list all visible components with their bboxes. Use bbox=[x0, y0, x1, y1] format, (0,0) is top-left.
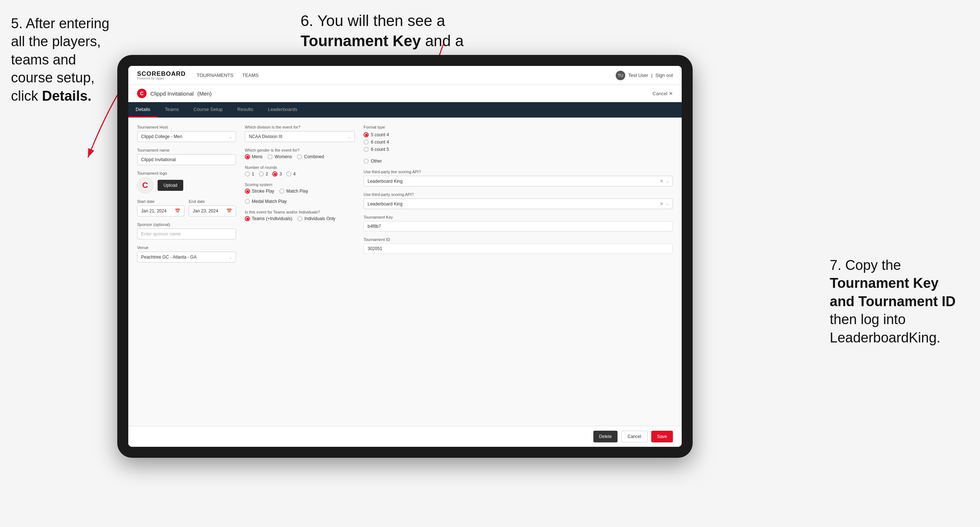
venue-value: Peachtree GC - Atlanta - GA bbox=[141, 254, 196, 260]
tournament-host-group: Tournament Host Clippd College - Men ⌄ bbox=[137, 125, 236, 142]
start-date-group: Start date Jan 21, 2024 📅 bbox=[137, 199, 185, 216]
teams-teams-radio[interactable] bbox=[245, 216, 250, 221]
sponsor-group: Sponsor (optional) Enter sponsor name bbox=[137, 222, 236, 240]
division-value: NCAA Division III bbox=[249, 134, 282, 139]
nav-teams[interactable]: TEAMS bbox=[242, 71, 259, 79]
live-scoring-controls: ✕ ⌄ bbox=[660, 178, 669, 184]
gender-group: Which gender is the event for? Mens Wome… bbox=[245, 148, 355, 159]
tournament-name-group: Tournament name Clippd Invitational bbox=[137, 148, 236, 165]
nav-left: SCOREBOARD Powered by clippd TOURNAMENTS… bbox=[137, 71, 259, 80]
live-scoring-clear-icon[interactable]: ✕ bbox=[660, 178, 664, 184]
tournament-host-input[interactable]: Clippd College - Men ⌄ bbox=[137, 131, 236, 142]
format-6c5-radio[interactable] bbox=[364, 147, 369, 152]
gender-womens-radio[interactable] bbox=[267, 154, 273, 159]
gender-womens[interactable]: Womens bbox=[267, 154, 292, 159]
rounds-4[interactable]: 4 bbox=[286, 171, 296, 176]
scoring-stroke[interactable]: Stroke Play bbox=[245, 189, 274, 194]
scoring-group: Scoring system Stroke Play Match Play bbox=[245, 183, 355, 204]
tablet: SCOREBOARD Powered by clippd TOURNAMENTS… bbox=[117, 55, 693, 458]
nav-divider: | bbox=[651, 73, 652, 78]
tab-bar: Details Teams Course Setup Results Leade… bbox=[128, 102, 682, 117]
user-name: Test User bbox=[628, 73, 648, 78]
scoring-stroke-radio[interactable] bbox=[245, 189, 250, 194]
tab-teams[interactable]: Teams bbox=[158, 102, 186, 117]
sign-out-link[interactable]: Sign out bbox=[655, 71, 673, 79]
calendar-icon-end: 📅 bbox=[226, 208, 232, 214]
scoring-match-radio[interactable] bbox=[279, 189, 285, 194]
bottom-bar: Delete Cancel Save bbox=[128, 426, 682, 447]
gender-combined-radio[interactable] bbox=[297, 154, 302, 159]
annotation-top-right-line1: 6. You will then see a bbox=[301, 12, 445, 29]
scoring-radio-group: Stroke Play Match Play Medal Match Play bbox=[245, 189, 355, 204]
sponsor-input[interactable]: Enter sponsor name bbox=[137, 229, 236, 240]
annotation-bottom-right-line2: then log into bbox=[830, 312, 905, 327]
user-avatar: TU bbox=[616, 71, 625, 80]
cancel-button-header[interactable]: Cancel ✕ bbox=[653, 91, 673, 96]
nav-tournaments[interactable]: TOURNAMENTS bbox=[197, 71, 234, 79]
annotation-left-line3: teams and bbox=[11, 52, 76, 67]
format-radio-group: 5 count 4 6 count 4 6 count 5 bbox=[364, 132, 673, 152]
tournament-id-label: Tournament ID bbox=[364, 237, 673, 242]
end-date-input[interactable]: Jan 23, 2024 📅 bbox=[189, 205, 236, 216]
delete-button[interactable]: Delete bbox=[593, 431, 618, 443]
tab-leaderboards[interactable]: Leaderboards bbox=[261, 102, 305, 117]
save-button[interactable]: Save bbox=[651, 431, 673, 443]
format-other-radio[interactable] bbox=[364, 159, 369, 164]
rounds-2-radio[interactable] bbox=[259, 171, 264, 176]
rounds-2[interactable]: 2 bbox=[259, 171, 268, 176]
rounds-label: Number of rounds bbox=[245, 165, 355, 170]
tournament-id-field: 302051 bbox=[364, 244, 673, 254]
tab-course-setup[interactable]: Course Setup bbox=[186, 102, 230, 117]
rounds-3[interactable]: 3 bbox=[272, 171, 282, 176]
tab-results[interactable]: Results bbox=[230, 102, 261, 117]
rounds-1-radio[interactable] bbox=[245, 171, 250, 176]
close-icon: ✕ bbox=[669, 91, 673, 96]
division-input[interactable]: NCAA Division III ⌄ bbox=[245, 131, 355, 142]
tournament-name-input[interactable]: Clippd Invitational bbox=[137, 154, 236, 165]
tournament-subtitle: (Men) bbox=[197, 90, 212, 97]
tournament-logo-label: Tournament logo bbox=[137, 171, 236, 175]
format-6c4[interactable]: 6 count 4 bbox=[364, 140, 673, 144]
cancel-button-bottom[interactable]: Cancel bbox=[621, 431, 647, 443]
scoring-medal[interactable]: Medal Match Play bbox=[245, 199, 286, 204]
venue-input[interactable]: Peachtree GC - Atlanta - GA ⌄ bbox=[137, 252, 236, 263]
teams-radio-group: Teams (+Individuals) Individuals Only bbox=[245, 216, 355, 221]
end-date-value: Jan 23, 2024 bbox=[193, 208, 218, 214]
format-6c5[interactable]: 6 count 5 bbox=[364, 147, 673, 152]
rounds-1[interactable]: 1 bbox=[245, 171, 255, 176]
gender-mens[interactable]: Mens bbox=[245, 154, 262, 159]
teams-individuals-radio[interactable] bbox=[297, 216, 302, 221]
live-scoring-select2[interactable]: Leaderboard King ✕ ⌄ bbox=[364, 198, 673, 209]
tab-details[interactable]: Details bbox=[128, 102, 158, 117]
annotation-left-line1: 5. After entering bbox=[11, 16, 109, 31]
live-scoring-select[interactable]: Leaderboard King ✕ ⌄ bbox=[364, 176, 673, 186]
start-date-value: Jan 21, 2024 bbox=[141, 208, 166, 214]
rounds-3-radio[interactable] bbox=[272, 171, 277, 176]
start-date-input[interactable]: Jan 21, 2024 📅 bbox=[137, 205, 185, 216]
tournament-name-label: Tournament name bbox=[137, 148, 236, 152]
gender-combined[interactable]: Combined bbox=[297, 154, 324, 159]
chevron-down-icon: ⌄ bbox=[229, 135, 232, 139]
live-scoring-clear-icon2[interactable]: ✕ bbox=[660, 201, 664, 206]
format-5c4[interactable]: 5 count 4 bbox=[364, 132, 673, 137]
rounds-4-radio[interactable] bbox=[286, 171, 291, 176]
live-scoring-value: Leaderboard King bbox=[368, 179, 402, 184]
gender-mens-radio[interactable] bbox=[245, 154, 250, 159]
teams-teams-label: Teams (+Individuals) bbox=[252, 216, 292, 221]
live-scoring-value2: Leaderboard King bbox=[368, 202, 402, 206]
format-other[interactable]: Other bbox=[364, 159, 382, 164]
upload-button[interactable]: Upload bbox=[158, 180, 183, 191]
format-5c4-radio[interactable] bbox=[364, 132, 369, 137]
annotation-left-line2: all the players, bbox=[11, 34, 101, 49]
scoring-match[interactable]: Match Play bbox=[279, 189, 308, 194]
teams-teams[interactable]: Teams (+Individuals) bbox=[245, 216, 292, 221]
tournament-key-group: Tournament Key b4f8b7 bbox=[364, 215, 673, 232]
teams-individuals-label: Individuals Only bbox=[304, 216, 335, 221]
annotation-left-line5: click bbox=[11, 88, 42, 104]
format-6c4-radio[interactable] bbox=[364, 140, 369, 144]
scoring-stroke-label: Stroke Play bbox=[252, 189, 274, 194]
scoring-medal-radio[interactable] bbox=[245, 199, 250, 204]
teams-individuals[interactable]: Individuals Only bbox=[297, 216, 335, 221]
format-6c5-label: 6 count 5 bbox=[371, 147, 389, 152]
live-scoring-group2: Use third-party scoring API? Leaderboard… bbox=[364, 192, 673, 209]
